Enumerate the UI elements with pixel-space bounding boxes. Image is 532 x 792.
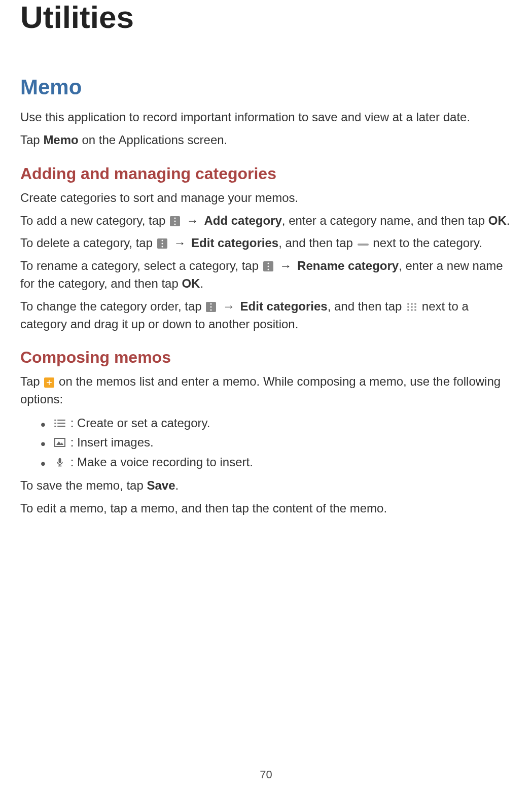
svg-point-0 — [174, 217, 176, 219]
add-bold2: OK — [488, 214, 507, 227]
svg-rect-32 — [59, 458, 61, 463]
categories-reorder-line: To change the category order, tap → Edit… — [20, 298, 512, 333]
bullet-images-text: : Insert images. — [67, 435, 154, 449]
categories-rename-line: To rename a category, select a category,… — [20, 257, 512, 293]
categories-add-line: To add a new category, tap → Add categor… — [20, 212, 512, 230]
svg-point-2 — [174, 223, 176, 225]
bullet-category: : Create or set a category. — [41, 414, 512, 433]
svg-point-17 — [411, 306, 413, 308]
svg-point-13 — [407, 303, 409, 305]
delete-mid: , and then tap — [278, 236, 356, 250]
delete-suffix: next to the category. — [370, 236, 482, 250]
categories-intro: Create categories to sort and manage you… — [20, 189, 512, 207]
page-number: 70 — [0, 768, 532, 781]
svg-point-7 — [267, 263, 269, 264]
image-icon — [54, 437, 66, 447]
memo-tap-line: Tap Memo on the Applications screen. — [20, 131, 512, 149]
svg-point-16 — [407, 306, 409, 308]
add-mid: , enter a category name, and then tap — [282, 214, 488, 227]
svg-point-20 — [411, 309, 413, 311]
rename-suffix: . — [200, 277, 203, 290]
svg-point-1 — [174, 220, 176, 222]
svg-point-18 — [414, 306, 416, 308]
bullet-voice-text: : Make a voice recording to insert. — [67, 455, 253, 469]
composing-intro-prefix: Tap — [20, 374, 43, 388]
add-prefix: To add a new category, tap — [20, 214, 169, 227]
delete-bold1: Edit categories — [191, 236, 278, 250]
more-options-icon — [263, 261, 273, 271]
memo-tap-prefix: Tap — [20, 133, 43, 147]
composing-intro: Tap on the memos list and enter a memo. … — [20, 373, 512, 408]
bullet-category-text: : Create or set a category. — [67, 416, 210, 430]
rename-bold2: OK — [182, 277, 200, 290]
svg-point-11 — [210, 306, 212, 307]
svg-rect-23 — [47, 383, 52, 384]
categories-delete-line: To delete a category, tap → Edit categor… — [20, 234, 512, 252]
delete-prefix: To delete a category, tap — [20, 236, 156, 250]
save-line: To save the memo, tap Save. — [20, 477, 512, 495]
svg-point-8 — [267, 266, 269, 267]
drag-handle-icon — [406, 302, 417, 312]
edit-line: To edit a memo, tap a memo, and then tap… — [20, 500, 512, 518]
svg-point-5 — [161, 246, 163, 248]
reorder-prefix: To change the category order, tap — [20, 299, 205, 313]
svg-point-3 — [161, 240, 163, 242]
svg-rect-6 — [358, 244, 369, 246]
save-prefix: To save the memo, tap — [20, 478, 147, 492]
composing-heading: Composing memos — [20, 348, 512, 367]
memo-tap-suffix: on the Applications screen. — [79, 133, 228, 147]
composing-bullets: : Create or set a category. : Insert ima… — [20, 414, 512, 472]
arrow-icon: → — [276, 259, 295, 272]
svg-point-9 — [267, 269, 269, 270]
memo-intro: Use this application to record important… — [20, 109, 512, 126]
arrow-icon: → — [183, 214, 202, 227]
memo-tap-bold: Memo — [43, 133, 78, 147]
arrow-icon: → — [170, 236, 189, 250]
svg-rect-30 — [55, 438, 65, 446]
page-container: Utilities Memo Use this application to r… — [0, 0, 532, 791]
more-options-icon — [206, 302, 216, 312]
rename-prefix: To rename a category, select a category,… — [20, 259, 262, 272]
more-options-icon — [170, 216, 180, 226]
bullet-images: : Insert images. — [41, 433, 512, 452]
add-suffix: . — [507, 214, 510, 227]
plus-icon — [44, 377, 54, 388]
svg-point-14 — [411, 303, 413, 305]
bullet-voice: : Make a voice recording to insert. — [41, 453, 512, 472]
arrow-icon: → — [219, 299, 238, 313]
save-bold: Save — [147, 478, 175, 492]
svg-point-12 — [210, 309, 212, 311]
composing-intro-suffix: on the memos list and enter a memo. Whil… — [20, 374, 501, 406]
add-bold1: Add category — [204, 214, 281, 227]
more-options-icon — [157, 238, 167, 249]
categories-heading: Adding and managing categories — [20, 164, 512, 183]
save-suffix: . — [175, 478, 179, 492]
page-title: Utilities — [20, 0, 512, 35]
svg-marker-31 — [56, 441, 63, 445]
section-memo-heading: Memo — [20, 75, 512, 99]
list-icon — [54, 418, 66, 428]
svg-point-10 — [210, 303, 212, 304]
rename-bold1: Rename category — [297, 259, 399, 272]
svg-point-4 — [161, 243, 163, 245]
svg-point-19 — [407, 309, 409, 311]
svg-point-15 — [414, 303, 416, 305]
minus-icon — [358, 241, 369, 248]
reorder-mid: , and then tap — [328, 299, 405, 313]
mic-icon — [54, 457, 66, 467]
reorder-bold1: Edit categories — [240, 299, 328, 313]
svg-point-21 — [414, 309, 416, 311]
